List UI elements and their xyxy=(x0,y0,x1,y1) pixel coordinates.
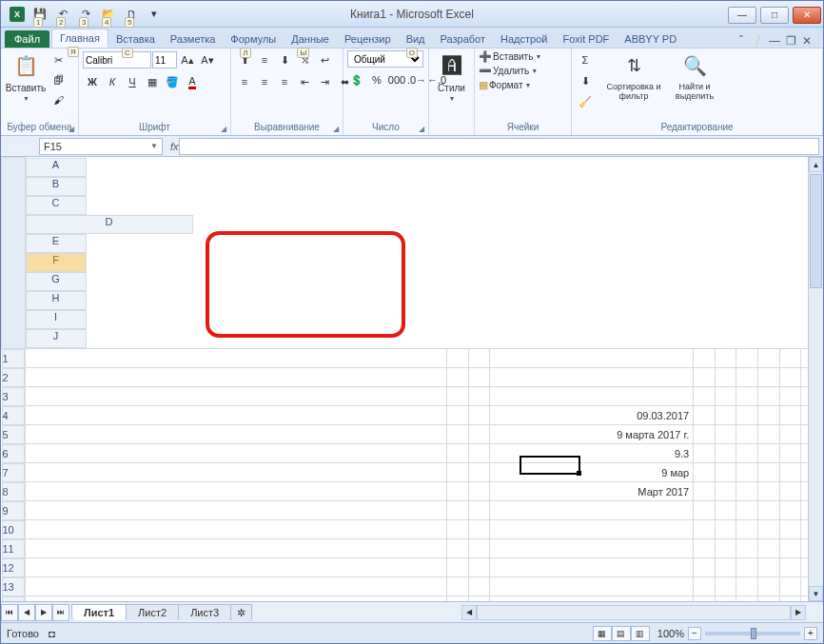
cell-H4[interactable] xyxy=(758,406,780,425)
tab-formulas[interactable]: ФормулыЛ xyxy=(223,30,284,48)
col-header-F[interactable]: F xyxy=(26,253,87,272)
scroll-up-icon[interactable]: ▲ xyxy=(809,157,823,172)
cell-D2[interactable] xyxy=(490,368,694,387)
row-header-10[interactable]: 10 xyxy=(2,520,25,539)
wrap-text-icon[interactable]: ↩ xyxy=(315,50,334,69)
qat-redo-icon[interactable]: ↷3 xyxy=(75,4,96,25)
cell-F1[interactable] xyxy=(715,348,736,368)
horizontal-scrollbar[interactable]: ◀ ▶ xyxy=(251,605,823,620)
cell-A9[interactable] xyxy=(25,501,447,520)
cell-C2[interactable] xyxy=(468,368,490,387)
cell-C3[interactable] xyxy=(468,387,490,406)
cell-I12[interactable] xyxy=(779,558,801,577)
zoom-level[interactable]: 100% xyxy=(657,628,684,639)
cell-D11[interactable] xyxy=(490,539,694,558)
font-launcher-icon[interactable]: ◢ xyxy=(221,125,226,133)
cut-icon[interactable]: ✂ xyxy=(49,50,68,69)
row-header-3[interactable]: 3 xyxy=(2,387,25,406)
format-painter-icon[interactable]: 🖌 xyxy=(49,90,68,109)
cell-F4[interactable] xyxy=(715,406,736,425)
cell-D14[interactable] xyxy=(490,596,694,602)
font-size-input[interactable] xyxy=(152,51,177,68)
close-button[interactable]: ✕ xyxy=(793,7,821,24)
col-header-H[interactable]: H xyxy=(26,291,87,310)
delete-cells-button[interactable]: Удалить xyxy=(493,66,529,76)
cell-C1[interactable] xyxy=(468,348,490,368)
cell-G2[interactable] xyxy=(736,368,758,387)
cell-B12[interactable] xyxy=(447,558,469,577)
grow-font-icon[interactable]: A▴ xyxy=(178,50,197,69)
tab-foxit[interactable]: Foxit PDF xyxy=(555,30,617,48)
cell-B9[interactable] xyxy=(447,501,469,520)
bold-button[interactable]: Ж xyxy=(83,72,102,91)
orientation-icon[interactable]: ⤭ xyxy=(295,50,314,69)
cell-G13[interactable] xyxy=(736,577,758,596)
cell-F14[interactable] xyxy=(715,596,736,602)
zoom-in-icon[interactable]: + xyxy=(804,627,817,640)
col-header-C[interactable]: C xyxy=(26,196,87,215)
sheet-tab-1[interactable]: Лист1 xyxy=(71,604,127,620)
cell-B2[interactable] xyxy=(447,368,469,387)
cell-E7[interactable] xyxy=(694,463,716,482)
cell-G9[interactable] xyxy=(736,501,758,520)
tab-addins[interactable]: Надстрой xyxy=(493,30,555,48)
cell-H2[interactable] xyxy=(758,368,780,387)
cell-G6[interactable] xyxy=(736,444,758,463)
cell-I5[interactable] xyxy=(779,425,801,444)
tab-layout[interactable]: Разметка xyxy=(163,30,224,48)
autosum-icon[interactable]: Σ xyxy=(576,50,595,69)
alignment-launcher-icon[interactable]: ◢ xyxy=(333,125,339,133)
cell-I6[interactable] xyxy=(779,444,801,463)
cell-G14[interactable] xyxy=(736,596,758,602)
cell-B8[interactable] xyxy=(447,482,469,501)
decrease-indent-icon[interactable]: ⇤ xyxy=(295,72,314,91)
cell-B11[interactable] xyxy=(447,539,469,558)
fill-icon[interactable]: ⬇ xyxy=(576,71,595,90)
cell-C5[interactable] xyxy=(468,425,490,444)
increase-decimal-icon[interactable]: .0→ xyxy=(407,70,426,89)
insert-cells-button[interactable]: Вставить xyxy=(493,51,533,62)
cell-E3[interactable] xyxy=(694,387,716,406)
cell-I7[interactable] xyxy=(779,463,801,482)
cell-H12[interactable] xyxy=(758,558,780,577)
scroll-right-icon[interactable]: ▶ xyxy=(791,605,806,620)
row-header-5[interactable]: 5 xyxy=(2,425,25,444)
formula-input[interactable] xyxy=(179,138,819,155)
sheet-first-icon[interactable]: ⏮ xyxy=(1,604,18,621)
cell-H14[interactable] xyxy=(758,596,780,602)
row-header-8[interactable]: 8 xyxy=(2,482,25,501)
cell-A2[interactable] xyxy=(25,368,447,387)
cell-G3[interactable] xyxy=(736,387,758,406)
tab-abbyy[interactable]: ABBYY PD xyxy=(617,30,684,48)
tab-developer[interactable]: Разработ xyxy=(433,30,493,48)
cell-E5[interactable] xyxy=(694,425,716,444)
cell-A11[interactable] xyxy=(25,539,447,558)
cell-C12[interactable] xyxy=(468,558,490,577)
col-header-E[interactable]: E xyxy=(26,234,87,253)
align-middle-icon[interactable]: ≡ xyxy=(255,50,274,69)
cell-I14[interactable] xyxy=(779,596,801,602)
cell-B6[interactable] xyxy=(447,444,469,463)
number-launcher-icon[interactable]: ◢ xyxy=(419,125,424,133)
number-format-select[interactable]: Общий xyxy=(347,50,423,68)
fill-color-icon[interactable]: 🪣 xyxy=(163,72,182,91)
cell-G5[interactable] xyxy=(736,425,758,444)
tab-insert[interactable]: ВставкаС xyxy=(108,30,163,48)
cell-D3[interactable] xyxy=(490,387,694,406)
align-right-icon[interactable]: ≡ xyxy=(275,72,294,91)
align-bottom-icon[interactable]: ⬇ xyxy=(275,50,294,69)
tab-review[interactable]: Рецензир xyxy=(337,30,399,48)
row-header-1[interactable]: 1 xyxy=(2,349,25,368)
cell-A10[interactable] xyxy=(25,520,447,539)
format-cells-icon[interactable]: ▦ xyxy=(479,79,488,91)
row-header-6[interactable]: 6 xyxy=(2,444,25,463)
font-color-icon[interactable]: A xyxy=(183,72,202,91)
cell-F3[interactable] xyxy=(715,387,736,406)
zoom-out-icon[interactable]: − xyxy=(688,627,701,640)
row-header-12[interactable]: 12 xyxy=(2,558,25,577)
qat-btn5-icon[interactable]: 🗋5 xyxy=(121,4,142,25)
cell-C14[interactable] xyxy=(468,596,490,602)
cell-H8[interactable] xyxy=(758,482,780,501)
cell-F7[interactable] xyxy=(715,463,736,482)
tab-data[interactable]: ДанныеЫ xyxy=(284,30,337,48)
